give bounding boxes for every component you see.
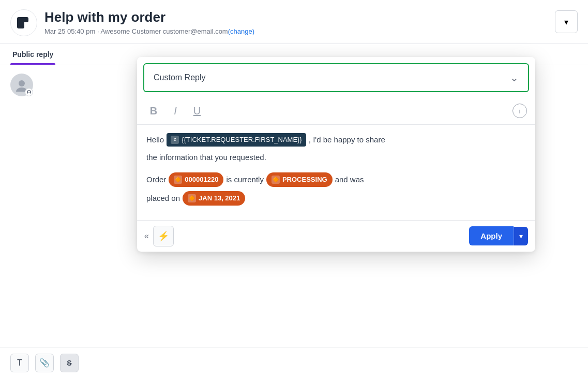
popup-left-controls: « ⚡ [144, 226, 174, 246]
paperclip-icon: 📎 [39, 358, 50, 368]
info-icon: i [519, 107, 521, 115]
ticket-title-block: Help with my order Mar 25 05:40 pm · Awe… [44, 9, 548, 35]
header-dropdown-button[interactable]: ▾ [555, 10, 578, 33]
editor-line-3: Order 🔶 000001220 is currently 🔶 PROCESS… [146, 172, 526, 187]
underline-button[interactable]: U [189, 103, 205, 119]
avatar-badge [25, 88, 33, 96]
avatar [10, 74, 33, 96]
tab-public-reply[interactable]: Public reply [10, 44, 55, 65]
bold-button[interactable]: B [145, 103, 162, 119]
custom-reply-label: Custom Reply [154, 73, 205, 82]
and-was-text: and was [335, 173, 364, 186]
placed-on-text: placed on [146, 192, 180, 205]
custom-reply-select[interactable]: Custom Reply ⌄ [143, 63, 529, 92]
attach-button[interactable]: 📎 [35, 354, 54, 372]
editor-toolbar: B I U i [137, 97, 535, 125]
svg-rect-1 [21, 17, 28, 22]
lightning-icon: ⚡ [158, 230, 169, 242]
chevron-down-icon: ▾ [564, 17, 568, 27]
bottom-toolbar: T 📎 S [0, 347, 588, 378]
ticket-container: Help with my order Mar 25 05:40 pm · Awe… [0, 0, 588, 378]
text-format-button[interactable]: T [10, 354, 29, 372]
apply-dropdown-button[interactable]: ▾ [514, 227, 528, 245]
ticket-requester-tag: z {{TICKET.REQUESTER.FIRST_NAME}} [167, 133, 306, 147]
hello-text: Hello [146, 133, 164, 147]
editor-content[interactable]: Hello z {{TICKET.REQUESTER.FIRST_NAME}} … [137, 125, 535, 220]
info-button[interactable]: i [512, 104, 527, 118]
dropdown-popup: Custom Reply ⌄ B I U i Hello z [137, 57, 535, 252]
editor-line-4: placed on 🔶 JAN 13, 2021 [146, 191, 526, 206]
snippet-icon: S [67, 359, 71, 367]
order-tag-icon: 🔶 [174, 176, 182, 184]
order-text: Order [146, 173, 166, 186]
line2-text: the information that you requested. [146, 151, 266, 164]
italic-button[interactable]: I [167, 103, 184, 119]
text-icon: T [17, 358, 22, 368]
status-tag: 🔶 PROCESSING [266, 172, 333, 187]
ticket-header: Help with my order Mar 25 05:40 pm · Awe… [0, 0, 588, 44]
line1-after-text: , I'd be happy to share [309, 133, 385, 147]
apply-button-group: Apply ▾ [469, 226, 528, 245]
editor-line-2: the information that you requested. [146, 151, 526, 164]
svg-point-2 [19, 80, 25, 86]
apply-chevron-icon: ▾ [519, 232, 523, 240]
popup-bottom-bar: « ⚡ Apply ▾ [137, 220, 535, 252]
ticket-meta: Mar 25 05:40 pm · Awesome Customer custo… [44, 27, 548, 35]
change-link[interactable]: (change) [228, 27, 254, 35]
snippet-button[interactable]: S [60, 354, 79, 372]
ticket-title: Help with my order [44, 9, 548, 25]
tag-icon: z [171, 136, 179, 144]
editor-line-1: Hello z {{TICKET.REQUESTER.FIRST_NAME}} … [146, 133, 526, 147]
order-number-tag: 🔶 000001220 [169, 172, 223, 187]
status-tag-icon: 🔶 [272, 176, 280, 184]
svg-point-5 [28, 91, 30, 93]
ticket-meta-text: Mar 25 05:40 pm · Awesome Customer custo… [44, 27, 228, 35]
apply-button[interactable]: Apply [469, 226, 514, 245]
currently-text: is currently [226, 173, 264, 186]
custom-reply-chevron-icon: ⌄ [510, 71, 519, 84]
double-chevron-icon[interactable]: « [144, 231, 149, 241]
ticket-logo [10, 9, 37, 36]
date-tag: 🔶 JAN 13, 2021 [183, 191, 245, 206]
lightning-button[interactable]: ⚡ [153, 226, 174, 246]
date-tag-icon: 🔶 [188, 194, 196, 202]
